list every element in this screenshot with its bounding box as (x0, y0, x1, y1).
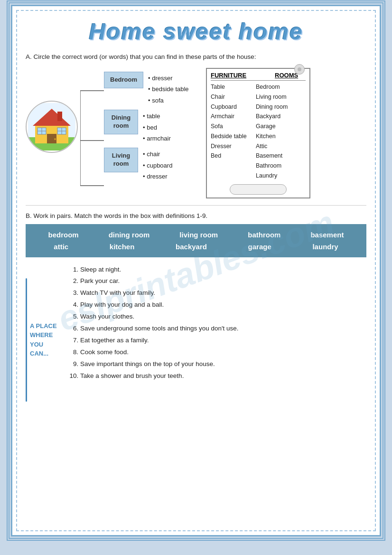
word-box-row-2: attic kitchen backyard garage laundry (33, 241, 359, 253)
furniture-col: Table Chair Cupboard Armchair Sofa Bedsi… (211, 83, 256, 180)
living-items: chair cupboard dresser (143, 148, 172, 182)
section-a-instruction: A. Circle the correct word (or words) th… (26, 53, 366, 60)
svg-rect-4 (57, 112, 62, 121)
furniture-table: FURNITURE ROOMS Table Chair Cupboard Arm… (206, 68, 310, 198)
definition-7: Eat together as a family. (80, 335, 366, 347)
dining-label: Diningroom (104, 110, 138, 134)
word-kitchen: kitchen (110, 243, 135, 251)
room-entry-bedroom: Bedroom dresser bedside table sofa (104, 72, 201, 106)
house-svg (28, 103, 75, 151)
rooms-list: Bedroom dresser bedside table sofa Dinin… (104, 72, 201, 182)
section-a-diagram: Bedroom dresser bedside table sofa Dinin… (26, 68, 366, 198)
rooms-col: Bedroom Living room Dining room Backyard… (256, 83, 301, 180)
bedroom-label: Bedroom (104, 72, 143, 88)
place-label-area: A PLACE WHERE YOU CAN... (26, 264, 63, 402)
scroll-top-right (294, 64, 305, 75)
living-label: Livingroom (104, 148, 138, 172)
rooms-connector-area: Bedroom dresser bedside table sofa Dinin… (80, 72, 201, 182)
word-bedroom: bedroom (48, 231, 79, 239)
word-living-room: living room (179, 231, 218, 239)
title-container: Home sweet home (26, 19, 366, 45)
word-bathroom: bathroom (248, 231, 280, 239)
room-entry-living: Livingroom chair cupboard dresser (104, 148, 201, 182)
diagram-with-house: Bedroom dresser bedside table sofa Dinin… (26, 72, 201, 182)
right-table: FURNITURE ROOMS Table Chair Cupboard Arm… (206, 68, 310, 198)
definition-10: Take a shower and brush your teeth. (80, 370, 366, 382)
bracket-line (26, 278, 27, 402)
definition-6: Save underground some tools and things y… (80, 323, 366, 335)
definition-9: Save important things on the top of your… (80, 358, 366, 370)
word-dining-room: dining room (109, 231, 150, 239)
section-divider (26, 205, 366, 206)
left-diagram: Bedroom dresser bedside table sofa Dinin… (26, 68, 201, 182)
furniture-table-header: FURNITURE ROOMS (211, 72, 306, 81)
word-backyard: backyard (176, 243, 207, 251)
section-b-instruction: B. Work in pairs. Match the words in the… (26, 212, 366, 219)
definition-5: Wash your clothes. (80, 311, 366, 323)
word-laundry: laundry (312, 243, 338, 251)
svg-point-6 (54, 138, 56, 140)
word-basement: basement (310, 231, 344, 239)
definitions-ol: Sleep at night. Park your car. Watch TV … (80, 264, 366, 383)
page: Home sweet home A. Circle the correct wo… (11, 5, 381, 536)
house-illustration (26, 101, 78, 153)
word-box-row-1: bedroom dining room living room bathroom… (33, 229, 359, 241)
page-title: Home sweet home (89, 19, 303, 45)
room-entry-dining: Diningroom table bed armchair (104, 110, 201, 144)
definition-1: Sleep at night. (80, 264, 366, 276)
place-label: A PLACE WHERE YOU CAN... (30, 321, 63, 358)
definitions-list: Sleep at night. Park your car. Watch TV … (71, 264, 366, 402)
place-label-text-wrap: A PLACE WHERE YOU CAN... (30, 278, 63, 402)
word-box: bedroom dining room living room bathroom… (26, 224, 366, 257)
furniture-table-rows: Table Chair Cupboard Armchair Sofa Bedsi… (211, 83, 306, 180)
definition-2: Park your car. (80, 275, 366, 287)
dining-items: table bed armchair (143, 110, 171, 144)
furniture-header: FURNITURE (211, 72, 246, 79)
rooms-header: ROOMS (275, 72, 298, 79)
definition-8: Cook some food. (80, 347, 366, 358)
word-garage: garage (248, 243, 271, 251)
bracket-container: A PLACE WHERE YOU CAN... (26, 278, 63, 402)
definitions-area: A PLACE WHERE YOU CAN... Sleep at night.… (26, 264, 366, 402)
scroll-bottom (230, 184, 287, 195)
word-attic: attic (54, 243, 68, 251)
definition-3: Watch TV with your family. (80, 287, 366, 299)
definition-4: Play with your dog and a ball. (80, 299, 366, 311)
bedroom-items: dresser bedside table sofa (148, 72, 189, 106)
